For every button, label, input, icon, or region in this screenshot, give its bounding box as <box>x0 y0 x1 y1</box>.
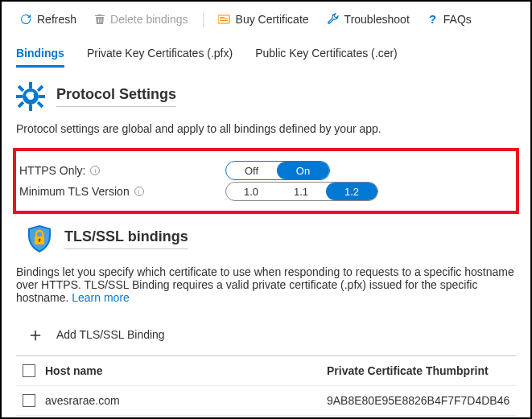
tls-bindings-desc: Bindings let you specify which certifica… <box>2 254 530 310</box>
svg-rect-12 <box>18 101 24 108</box>
table-header: Host name Private Certificate Thumbprint <box>16 355 516 385</box>
buy-certificate-button[interactable]: Buy Certificate <box>212 10 315 29</box>
tab-bindings[interactable]: Bindings <box>16 42 64 68</box>
https-only-label: HTTPS Only: <box>19 164 85 177</box>
svg-rect-13 <box>37 101 43 108</box>
protocol-title: Protocol Settings <box>56 86 176 107</box>
refresh-button[interactable]: Refresh <box>13 10 83 29</box>
min-tls-toggle[interactable]: 1.0 1.1 1.2 <box>225 182 378 201</box>
https-only-on[interactable]: On <box>278 162 328 179</box>
toolbar: Refresh Delete bindings Buy Certificate … <box>2 2 530 37</box>
buy-certificate-label: Buy Certificate <box>236 13 309 26</box>
svg-rect-1 <box>220 17 225 18</box>
tabs: Bindings Private Key Certificates (.pfx)… <box>2 42 530 68</box>
svg-rect-10 <box>18 85 24 92</box>
svg-rect-9 <box>39 95 45 98</box>
gear-icon <box>16 82 45 111</box>
protocol-section: Protocol Settings <box>2 68 530 111</box>
row-checkbox[interactable] <box>23 394 35 407</box>
troubleshoot-label: Troubleshoot <box>344 13 410 26</box>
wrench-icon <box>327 13 340 26</box>
certificate-icon <box>218 14 231 25</box>
https-only-off[interactable]: Off <box>226 162 277 179</box>
tls-1-1[interactable]: 1.1 <box>276 183 326 200</box>
svg-text:?: ? <box>429 13 436 26</box>
bindings-table: Host name Private Certificate Thumbprint… <box>16 355 516 416</box>
select-all-checkbox[interactable] <box>23 364 35 377</box>
protocol-desc: Protocol settings are global and apply t… <box>2 111 530 142</box>
https-only-toggle[interactable]: Off On <box>225 161 330 180</box>
col-host-header: Host name <box>45 364 327 377</box>
svg-rect-8 <box>16 95 23 98</box>
tls-1-0[interactable]: 1.0 <box>226 183 276 200</box>
add-binding-label: Add TLS/SSL Binding <box>56 328 165 341</box>
info-icon[interactable]: i <box>134 187 144 196</box>
delete-bindings-button: Delete bindings <box>88 10 195 29</box>
tls-bindings-title: TLS/SSL bindings <box>64 228 188 249</box>
min-tls-label: Minimum TLS Version <box>19 185 130 198</box>
faqs-label: FAQs <box>443 13 472 26</box>
min-tls-row: Minimum TLS Version i 1.0 1.1 1.2 <box>16 182 511 201</box>
highlighted-settings: HTTPS Only: i Off On Minimum TLS Version… <box>13 148 519 214</box>
troubleshoot-button[interactable]: Troubleshoot <box>320 10 416 29</box>
svg-rect-11 <box>37 85 43 92</box>
tls-1-2[interactable]: 1.2 <box>327 183 377 199</box>
refresh-icon <box>19 13 32 26</box>
tls-bindings-section: TLS/SSL bindings <box>2 220 530 254</box>
info-icon[interactable]: i <box>90 166 100 175</box>
plus-icon: ＋ <box>26 325 45 344</box>
row-host: avesrarae.com <box>45 394 327 407</box>
tab-cer[interactable]: Public Key Certificates (.cer) <box>255 42 398 68</box>
add-binding-button[interactable]: ＋ Add TLS/SSL Binding <box>2 310 530 355</box>
col-thumb-header: Private Certificate Thumbprint <box>327 364 509 377</box>
svg-rect-3 <box>220 20 228 21</box>
https-only-row: HTTPS Only: i Off On <box>16 161 511 180</box>
table-row[interactable]: avesrarae.com 9AB8E80E95E8826B4F7F7D4DB4… <box>16 385 516 416</box>
svg-rect-6 <box>29 82 32 88</box>
shield-lock-icon <box>26 224 53 254</box>
svg-rect-2 <box>220 18 228 19</box>
faqs-button[interactable]: ? FAQs <box>421 10 478 29</box>
row-thumb: 9AB8E80E95E8826B4F7F7D4DB465F7F0F71F3B4 <box>327 394 509 407</box>
delete-bindings-label: Delete bindings <box>110 13 188 26</box>
svg-rect-7 <box>29 105 32 111</box>
tab-pfx[interactable]: Private Key Certificates (.pfx) <box>87 42 233 68</box>
question-icon: ? <box>427 13 439 26</box>
trash-icon <box>94 14 105 25</box>
toolbar-separator <box>203 11 204 27</box>
svg-rect-16 <box>39 240 40 242</box>
learn-more-link[interactable]: Learn more <box>72 291 130 304</box>
refresh-label: Refresh <box>37 13 76 26</box>
